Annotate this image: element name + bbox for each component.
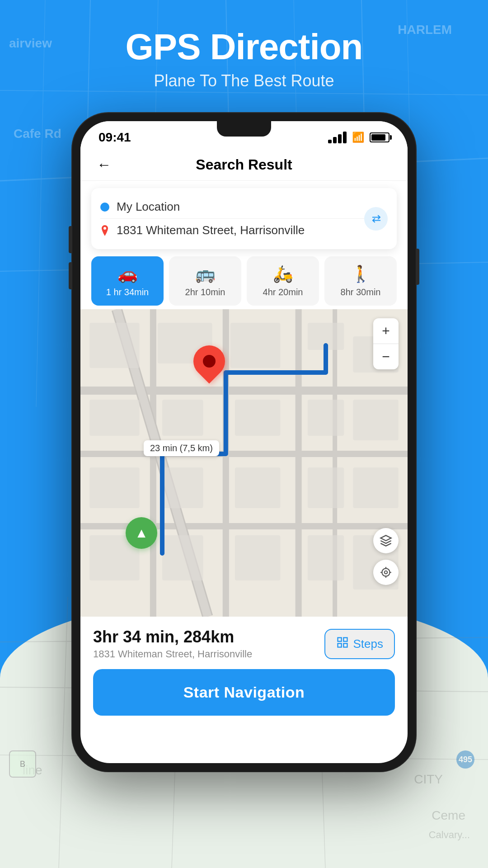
svg-rect-54 <box>338 643 341 647</box>
zoom-controls: + − <box>373 318 399 369</box>
route-address: 1831 Whiteman Street, Harrisonville <box>93 648 252 660</box>
signal-icon <box>328 132 347 143</box>
origin-text: My Location <box>117 200 388 214</box>
zoom-in-button[interactable]: + <box>373 318 399 344</box>
steps-icon <box>336 636 349 652</box>
svg-marker-48 <box>380 535 391 541</box>
wifi-icon: 📶 <box>352 132 364 143</box>
transport-scooter[interactable]: 🛵 4hr 20min <box>247 256 319 306</box>
map-area[interactable]: 23 min (7,5 km) ▲ + − <box>80 309 408 617</box>
steps-label: Steps <box>353 637 384 651</box>
origin-arrow-icon: ▲ <box>135 525 148 541</box>
distance-label: 23 min (7,5 km) <box>144 440 219 456</box>
app-subtitle: Plane To The Best Route <box>0 71 488 90</box>
route-info: 3hr 34 min, 284km 1831 Whiteman Street, … <box>93 627 395 660</box>
svg-rect-53 <box>343 643 347 647</box>
transport-modes: 🚗 1 hr 34min 🚌 2hr 10min 🛵 4hr 20min 🚶 8… <box>80 256 408 306</box>
swap-icon: ⇅ <box>370 214 382 223</box>
map-location-button[interactable] <box>373 560 399 585</box>
svg-rect-35 <box>235 400 281 436</box>
walk-time: 8hr 30min <box>341 287 381 297</box>
location-inputs: My Location 1831 Whiteman Street, Harris… <box>91 188 397 249</box>
destination-row[interactable]: 1831 Whiteman Street, Harrisonville <box>100 218 388 242</box>
svg-rect-42 <box>353 467 399 508</box>
svg-point-16 <box>103 227 106 230</box>
bus-time: 2hr 10min <box>185 287 225 297</box>
svg-rect-39 <box>162 467 203 508</box>
car-time: 1 hr 34min <box>106 287 149 297</box>
svg-rect-51 <box>338 637 341 641</box>
scooter-time: 4hr 20min <box>263 287 303 297</box>
transport-walk[interactable]: 🚶 8hr 30min <box>324 256 397 306</box>
svg-line-13 <box>59 597 68 868</box>
app-title: GPS Direction <box>0 27 488 67</box>
svg-rect-38 <box>89 467 140 508</box>
bottom-panel: 3hr 34 min, 284km 1831 Whiteman Street, … <box>80 617 408 725</box>
svg-rect-46 <box>308 535 344 580</box>
route-details: 3hr 34 min, 284km 1831 Whiteman Street, … <box>93 627 252 660</box>
car-icon: 🚗 <box>117 264 138 283</box>
start-navigation-button[interactable]: Start Navigation <box>93 669 395 716</box>
bus-icon: 🚌 <box>195 264 216 283</box>
svg-rect-33 <box>89 400 140 436</box>
svg-rect-40 <box>235 467 281 508</box>
zoom-out-button[interactable]: − <box>373 344 399 369</box>
map-layers-button[interactable] <box>373 528 399 553</box>
svg-point-50 <box>382 568 389 576</box>
origin-row[interactable]: My Location <box>100 195 388 218</box>
svg-rect-37 <box>353 400 399 440</box>
svg-rect-36 <box>308 400 344 436</box>
phone-notch <box>217 121 271 137</box>
app-header: ← Search Result <box>80 149 408 181</box>
status-icons: 📶 <box>328 132 389 143</box>
destination-pin-icon <box>100 226 109 235</box>
svg-rect-44 <box>162 535 203 580</box>
back-button[interactable]: ← <box>97 156 119 173</box>
swap-button[interactable]: ⇅ <box>364 207 388 231</box>
svg-rect-28 <box>89 323 140 368</box>
walk-icon: 🚶 <box>351 264 371 283</box>
screen-title: Search Result <box>119 156 369 173</box>
transport-car[interactable]: 🚗 1 hr 34min <box>91 256 164 306</box>
svg-point-49 <box>385 571 388 574</box>
origin-marker: ▲ <box>126 517 157 549</box>
steps-button[interactable]: Steps <box>324 629 395 659</box>
scooter-icon: 🛵 <box>273 264 293 283</box>
destination-marker <box>193 345 225 377</box>
battery-icon <box>370 132 389 142</box>
origin-dot <box>100 203 109 212</box>
svg-rect-41 <box>308 467 344 508</box>
svg-rect-52 <box>343 637 347 641</box>
destination-text: 1831 Whiteman Street, Harrisonville <box>117 223 388 237</box>
status-time: 09:41 <box>99 130 131 145</box>
svg-rect-30 <box>230 323 281 368</box>
transport-bus[interactable]: 🚌 2hr 10min <box>169 256 241 306</box>
route-duration: 3hr 34 min, 284km <box>93 627 252 646</box>
svg-rect-34 <box>162 400 203 436</box>
svg-rect-45 <box>235 535 281 580</box>
